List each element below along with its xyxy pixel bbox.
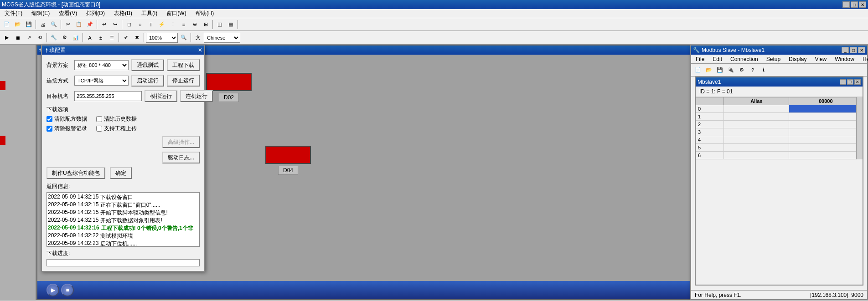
tb-draw1[interactable]: ◻ (124, 20, 134, 30)
cb1[interactable]: 清除配方数据 (46, 115, 87, 123)
sep8 (83, 33, 83, 42)
sep4 (122, 20, 122, 29)
tb-align1[interactable]: ◫ (215, 20, 225, 30)
comm-test-btn[interactable]: 通讯测试 (131, 59, 164, 71)
close-btn[interactable]: ✕ (859, 1, 866, 8)
menu-tools[interactable]: 工具(I) (139, 9, 160, 18)
bg-select[interactable]: 标准 800＊480 (74, 60, 129, 70)
mb-tb-help[interactable]: ? (748, 65, 758, 75)
menu-file[interactable]: 文件(F) (2, 9, 25, 18)
menu-help[interactable]: 帮助(H) (193, 9, 217, 18)
tb2-1[interactable]: ▶ (2, 33, 12, 43)
confirm-btn[interactable]: 确定 (110, 167, 132, 179)
tb-redo[interactable]: ↪ (110, 20, 120, 30)
tb2-lang-icon[interactable]: 文 (193, 33, 203, 43)
modbus-menu-help[interactable]: Help (860, 55, 868, 63)
tb-draw5[interactable]: ⋮ (168, 20, 178, 30)
tb2-7[interactable]: 📊 (71, 33, 81, 43)
tb-draw7[interactable]: ⊕ (190, 20, 200, 30)
cb-history[interactable] (96, 116, 102, 122)
tb-align2[interactable]: ▤ (226, 20, 236, 30)
menu-table[interactable]: 表格(B) (111, 9, 135, 18)
sep3 (97, 20, 97, 29)
tb-draw3[interactable]: T (146, 20, 156, 30)
modbus-menu-display[interactable]: Display (786, 55, 809, 63)
app-title-bar: MCGS嵌入版组态环境 - [动画组态窗口0] _ □ ✕ (0, 0, 868, 9)
menu-view[interactable]: 查看(V) (56, 9, 80, 18)
mb-tb-connect[interactable]: 🔌 (726, 65, 736, 75)
cb-upload[interactable] (96, 126, 102, 132)
conn-select[interactable]: TCP/IP网络 (74, 76, 129, 86)
menu-arrange[interactable]: 排列(D) (83, 9, 108, 18)
stop-run-btn[interactable]: 停止运行 (167, 75, 200, 87)
mb-tb-about[interactable]: ℹ (759, 65, 769, 75)
tb-preview[interactable]: 🔍 (49, 20, 59, 30)
tb2-8[interactable]: A (85, 33, 95, 43)
tb-cut[interactable]: ✂ (63, 20, 73, 30)
modbus-menu-view[interactable]: View (812, 55, 829, 63)
tb2-2[interactable]: ⏹ (13, 33, 23, 43)
mb-tb-new[interactable]: 📄 (693, 65, 703, 75)
target-input[interactable] (74, 91, 142, 101)
sub-minimize[interactable]: _ (840, 79, 846, 85)
tb-new[interactable]: 📄 (2, 20, 12, 30)
driver-row: 驱动日志... (46, 152, 200, 163)
tb2-11[interactable]: ✔ (121, 33, 131, 43)
language-select[interactable]: Chinese English (204, 33, 240, 43)
play-btn[interactable]: ▶ (46, 284, 59, 296)
tb2-5[interactable]: 🔧 (49, 33, 59, 43)
tb-draw8[interactable]: ⊞ (201, 20, 211, 30)
modbus-maximize[interactable]: □ (850, 47, 857, 53)
tb-paste[interactable]: 📌 (85, 20, 95, 30)
driver-btn[interactable]: 驱动日志... (162, 152, 200, 163)
modbus-close[interactable]: ✕ (858, 47, 865, 53)
download-btn[interactable]: 工程下载 (167, 59, 200, 71)
sub-restore[interactable]: □ (847, 79, 853, 85)
advanced-row: 高级操作... (46, 136, 200, 148)
modbus-menu-setup[interactable]: Setup (764, 55, 783, 63)
cb-alarm[interactable] (46, 126, 52, 132)
tb-save[interactable]: 💾 (24, 20, 34, 30)
tb2-zoom-icon[interactable]: 🔍 (179, 33, 189, 43)
tb2-4[interactable]: ⟲ (35, 33, 45, 43)
tb2-12[interactable]: ✖ (132, 33, 142, 43)
tb2-9[interactable]: ± (96, 33, 106, 43)
start-run-btn[interactable]: 启动运行 (131, 75, 164, 87)
modbus-menu-file[interactable]: File (693, 55, 707, 63)
modbus-menu-connection[interactable]: Connection (728, 55, 761, 63)
menu-window[interactable]: 窗口(W) (164, 9, 189, 18)
make-disk-btn[interactable]: 制作U盘综合功能包 (46, 167, 105, 179)
sim-run-btn[interactable]: 模拟运行 (145, 90, 177, 102)
tb-open[interactable]: 📂 (13, 20, 23, 30)
tb-copy[interactable]: 📋 (74, 20, 84, 30)
tb-draw2[interactable]: ○ (135, 20, 145, 30)
modbus-minimize[interactable]: _ (842, 47, 849, 53)
dialog-close-btn[interactable]: ✕ (198, 47, 202, 53)
mb-tb-open[interactable]: 📂 (704, 65, 714, 75)
modbus-menu-window[interactable]: Window (832, 55, 857, 63)
tb-draw6[interactable]: ≡ (179, 20, 189, 30)
cb3[interactable]: 清除报警记录 (46, 125, 87, 133)
advanced-btn[interactable]: 高级操作... (162, 136, 200, 148)
tb-draw4[interactable]: ⚡ (157, 20, 167, 30)
zoom-select[interactable]: 100% 75% 125% (146, 33, 178, 43)
tb2-3[interactable]: ↗ (24, 33, 34, 43)
modbus-menu-edit[interactable]: Edit (710, 55, 725, 63)
return-info-area[interactable]: 2022-05-09 14:32:15 下载设备窗口 2022-05-09 14… (46, 192, 200, 247)
maximize-btn[interactable]: □ (851, 1, 858, 8)
menu-edit[interactable]: 编辑(E) (29, 9, 52, 18)
connect-run-btn[interactable]: 连机运行 (180, 90, 213, 102)
minimize-btn[interactable]: _ (842, 1, 850, 8)
tb-undo[interactable]: ↩ (99, 20, 109, 30)
sub-close[interactable]: ✕ (854, 79, 861, 85)
tb2-10[interactable]: ≣ (107, 33, 117, 43)
modbus-scrollbar[interactable] (856, 97, 863, 159)
tb2-6[interactable]: ⚙ (60, 33, 70, 43)
mb-tb-settings[interactable]: ⚙ (737, 65, 747, 75)
mb-tb-save[interactable]: 💾 (715, 65, 725, 75)
cb-recipe[interactable] (46, 116, 52, 122)
tb-print[interactable]: 🖨 (38, 20, 48, 30)
cb2[interactable]: 清除历史数据 (96, 115, 137, 123)
cb4[interactable]: 支持工程上传 (96, 125, 137, 133)
stop-btn[interactable]: ■ (61, 284, 74, 296)
